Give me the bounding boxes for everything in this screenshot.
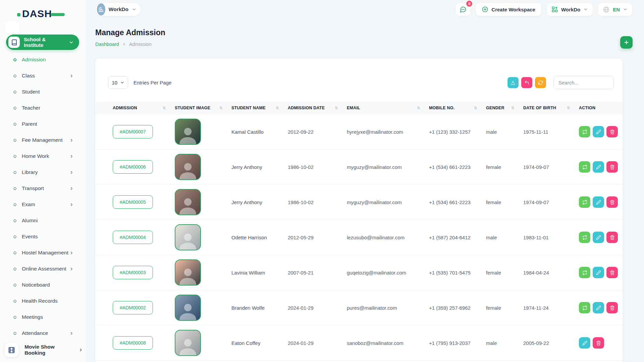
edit-button[interactable] <box>593 267 604 278</box>
bullet-circle-icon <box>13 299 17 303</box>
export-download-button[interactable] <box>507 77 519 88</box>
chevron-down-icon <box>120 80 124 85</box>
sidebar-item-online-assessment[interactable]: Online Assessment <box>0 261 86 277</box>
student-gender: female <box>486 164 523 170</box>
delete-button[interactable] <box>606 126 618 137</box>
edit-button[interactable] <box>593 126 604 137</box>
sidebar-item-admission[interactable]: Admission <box>0 52 86 68</box>
sidebar-item-transport[interactable]: Transport <box>0 180 86 196</box>
sidebar-item-library[interactable]: Library <box>0 164 86 180</box>
reenroll-button[interactable] <box>579 126 590 137</box>
sidebar-item-fee-management[interactable]: Fee Management <box>0 132 86 148</box>
reenroll-button[interactable] <box>579 232 590 243</box>
admission-number-badge[interactable]: #ADM00006 <box>113 160 153 174</box>
bullet-circle-icon <box>13 202 17 206</box>
date-of-birth: 2005-09-22 <box>523 340 579 346</box>
messages-button[interactable]: 0 <box>455 3 471 16</box>
column-header[interactable]: ACTION <box>579 106 618 110</box>
edit-button[interactable] <box>593 232 604 243</box>
sidebar-collapse-tab[interactable] <box>5 21 19 34</box>
column-header[interactable]: MOBILE NO. ⇅ <box>429 106 486 110</box>
column-header[interactable]: GENDER ⇅ <box>486 106 523 110</box>
sidebar-item-hostel-management[interactable]: Hostel Management <box>0 245 86 261</box>
student-mobile: +1 (795) 913-2037 <box>429 340 486 346</box>
student-mobile: +1 (123) 332-1257 <box>429 129 486 135</box>
edit-button[interactable] <box>593 302 604 313</box>
film-icon <box>5 343 18 357</box>
sidebar-item-attendance[interactable]: Attendance <box>0 325 86 341</box>
sort-icon[interactable]: ⇅ <box>335 106 338 110</box>
column-header[interactable]: ADMISSION DATE ⇅ <box>288 106 347 110</box>
reenroll-button[interactable] <box>579 161 590 173</box>
sidebar-item-label: Fee Management <box>22 137 69 143</box>
grid-plus-icon <box>551 6 558 13</box>
sidebar-item-home-work[interactable]: Home Work <box>0 148 86 164</box>
create-workspace-button[interactable]: Create Workspace <box>475 3 542 16</box>
student-image[interactable] <box>175 224 201 250</box>
reenroll-button[interactable] <box>579 302 590 313</box>
reenroll-button[interactable] <box>579 267 590 278</box>
student-image[interactable] <box>175 119 201 145</box>
student-email: sanoboz@mailinator.com <box>347 340 429 346</box>
column-header[interactable]: EMAIL ⇅ <box>347 106 429 110</box>
admission-number-badge[interactable]: #ADM00002 <box>113 301 153 314</box>
delete-button[interactable] <box>606 302 618 313</box>
sidebar-item-teacher[interactable]: Teacher <box>0 100 86 116</box>
refresh-button[interactable] <box>535 77 546 88</box>
admission-number-badge[interactable]: #ADM00005 <box>113 195 153 209</box>
reenroll-button[interactable] <box>579 196 590 208</box>
app-switcher-button[interactable]: School & Institute <box>6 35 79 50</box>
sort-icon[interactable]: ⇅ <box>567 106 570 110</box>
delete-button[interactable] <box>606 196 618 208</box>
admission-number-badge[interactable]: #ADM00007 <box>113 125 153 138</box>
sidebar-item-movie-show-booking[interactable]: Movie Show Booking <box>5 342 83 358</box>
sort-icon[interactable]: ⇅ <box>163 106 166 110</box>
column-header[interactable]: STUDENT NAME ⇅ <box>231 106 288 110</box>
chevron-right-icon <box>69 251 74 255</box>
student-image[interactable] <box>175 154 201 180</box>
sidebar-item-alumni[interactable]: Alumni <box>0 213 86 229</box>
sort-icon[interactable]: ⇅ <box>276 106 279 110</box>
student-image[interactable] <box>175 295 201 321</box>
sidebar-item-noticeboard[interactable]: Noticeboard <box>0 277 86 293</box>
student-image[interactable] <box>175 189 201 215</box>
delete-button[interactable] <box>606 267 618 278</box>
edit-button[interactable] <box>593 196 604 208</box>
undo-button[interactable] <box>521 77 532 88</box>
sidebar-item-events[interactable]: Events <box>0 229 86 245</box>
admission-number-badge[interactable]: #ADM00003 <box>113 266 153 279</box>
bullet-circle-icon <box>13 58 17 62</box>
column-header[interactable]: STUDENT IMAGE ⇅ <box>175 106 231 110</box>
sort-icon[interactable]: ⇅ <box>474 106 477 110</box>
search-input[interactable] <box>553 76 614 89</box>
entries-per-page-select[interactable]: 10 <box>108 76 128 89</box>
delete-button[interactable] <box>606 161 618 173</box>
language-selector[interactable]: EN <box>598 3 633 16</box>
sidebar-item-meetings[interactable]: Meetings <box>0 309 86 325</box>
delete-button[interactable] <box>593 337 604 349</box>
sort-icon[interactable]: ⇅ <box>511 106 515 110</box>
column-header[interactable]: DATE OF BIRTH ⇅ <box>523 106 579 110</box>
workspace-menu-button[interactable]: WorkDo <box>546 3 593 16</box>
trash-icon <box>596 341 601 346</box>
sidebar-item-student[interactable]: Student <box>0 84 86 100</box>
student-image[interactable] <box>175 330 201 356</box>
column-header[interactable]: ADMISSION ⇅ <box>113 106 175 110</box>
edit-button[interactable] <box>579 337 590 349</box>
sort-icon[interactable]: ⇅ <box>417 106 420 110</box>
breadcrumb-dashboard-link[interactable]: Dashboard <box>95 42 119 47</box>
sidebar-item-health-records[interactable]: Health Records <box>0 293 86 309</box>
student-image[interactable] <box>175 259 201 286</box>
notification-badge: 0 <box>466 1 472 7</box>
sidebar-item-parent[interactable]: Parent <box>0 116 86 132</box>
sidebar-item-class[interactable]: Class <box>0 68 86 84</box>
admission-number-badge[interactable]: #ADM00004 <box>113 231 153 244</box>
workspace-selector[interactable]: WorkDo <box>95 3 141 16</box>
add-admission-button[interactable] <box>620 36 633 49</box>
admission-number-badge[interactable]: #ADM00008 <box>113 336 153 350</box>
edit-button[interactable] <box>593 161 604 173</box>
sort-icon[interactable]: ⇅ <box>219 106 223 110</box>
pencil-icon <box>596 200 601 205</box>
sidebar-item-exam[interactable]: Exam <box>0 196 86 213</box>
delete-button[interactable] <box>606 232 618 243</box>
